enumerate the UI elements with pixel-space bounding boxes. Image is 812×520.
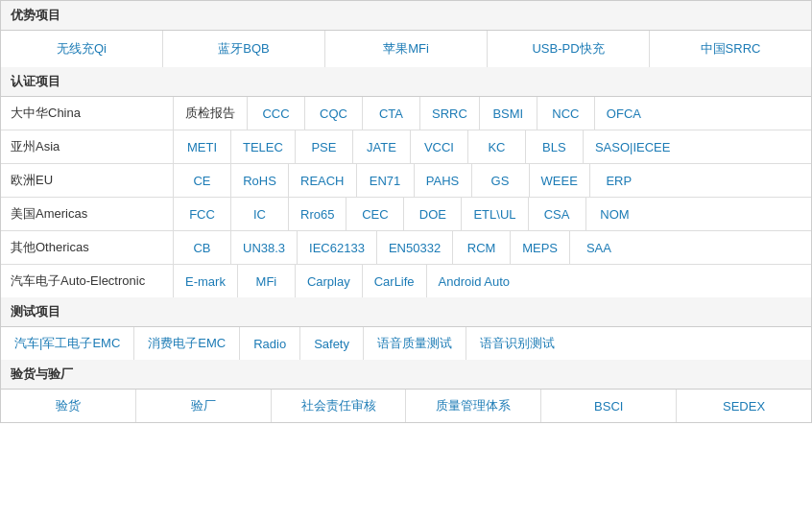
testing-row: 汽车|军工电子EMC 消费电子EMC Radio Safety 语音质量测试 语… xyxy=(1,327,811,360)
cert-item-china-5[interactable]: BSMI xyxy=(480,97,537,130)
inspect-item-3[interactable]: 质量管理体系 xyxy=(406,390,541,422)
testing-section: 测试项目 汽车|军工电子EMC 消费电子EMC Radio Safety 语音质… xyxy=(1,297,811,360)
cert-item-china-7[interactable]: OFCA xyxy=(595,97,653,130)
cert-item-americas-0[interactable]: FCC xyxy=(174,198,231,230)
advantage-item-4[interactable]: 中国SRRC xyxy=(650,31,811,67)
cert-item-china-2[interactable]: CQC xyxy=(305,97,363,130)
inspect-item-2[interactable]: 社会责任审核 xyxy=(272,390,407,422)
cert-item-asia-4[interactable]: VCCI xyxy=(411,130,468,163)
cert-item-americas-7[interactable]: NOM xyxy=(586,198,644,230)
inspect-item-0[interactable]: 验货 xyxy=(1,390,136,422)
cert-item-eu-4[interactable]: PAHS xyxy=(415,164,472,197)
cert-item-eu-3[interactable]: EN71 xyxy=(357,164,415,197)
advantage-section: 优势项目 无线充Qi 蓝牙BQB 苹果MFi USB-PD快充 中国SRRC xyxy=(1,1,811,67)
advantage-item-0[interactable]: 无线充Qi xyxy=(1,31,163,67)
inspection-row: 验货 验厂 社会责任审核 质量管理体系 BSCI SEDEX xyxy=(1,390,811,422)
testing-title: 测试项目 xyxy=(1,297,811,327)
cert-items-asia: METI TELEC PSE JATE VCCI KC BLS SASO|IEC… xyxy=(174,130,811,163)
cert-item-asia-6[interactable]: BLS xyxy=(526,130,584,163)
cert-items-china: 质检报告 CCC CQC CTA SRRC BSMI NCC OFCA xyxy=(174,97,811,130)
cert-item-americas-2[interactable]: Rro65 xyxy=(289,198,346,230)
cert-item-auto-1[interactable]: MFi xyxy=(238,265,296,297)
cert-row-americas: 美国Americas FCC IC Rro65 CEC DOE ETL\UL C… xyxy=(1,198,811,231)
cert-label-auto: 汽车电子Auto-Electronic xyxy=(1,265,174,297)
cert-item-other-2[interactable]: IEC62133 xyxy=(298,231,377,264)
cert-label-asia: 亚州Asia xyxy=(1,130,174,163)
test-item-3[interactable]: Safety xyxy=(300,327,364,360)
cert-item-other-6[interactable]: SAA xyxy=(570,231,628,264)
cert-label-other: 其他Othericas xyxy=(1,231,174,264)
cert-item-asia-5[interactable]: KC xyxy=(468,130,526,163)
inspect-item-1[interactable]: 验厂 xyxy=(136,390,272,422)
cert-item-china-1[interactable]: CCC xyxy=(248,97,305,130)
cert-item-china-3[interactable]: CTA xyxy=(363,97,420,130)
cert-item-americas-3[interactable]: CEC xyxy=(346,198,404,230)
cert-item-asia-3[interactable]: JATE xyxy=(353,130,411,163)
cert-item-eu-6[interactable]: WEEE xyxy=(530,164,590,197)
cert-items-other: CB UN38.3 IEC62133 EN50332 RCM MEPS SAA xyxy=(174,231,811,264)
inspect-item-4[interactable]: BSCI xyxy=(541,390,677,422)
cert-row-other: 其他Othericas CB UN38.3 IEC62133 EN50332 R… xyxy=(1,231,811,265)
cert-item-china-6[interactable]: NCC xyxy=(537,97,595,130)
advantage-row: 无线充Qi 蓝牙BQB 苹果MFi USB-PD快充 中国SRRC xyxy=(1,31,811,67)
cert-items-auto: E-mark MFi Carplay CarLife Android Auto xyxy=(174,265,811,297)
cert-item-china-4[interactable]: SRRC xyxy=(420,97,480,130)
advantage-item-3[interactable]: USB-PD快充 xyxy=(488,31,650,67)
cert-item-china-0[interactable]: 质检报告 xyxy=(174,97,248,130)
certification-section: 认证项目 大中华China 质检报告 CCC CQC CTA SRRC BSMI… xyxy=(1,67,811,297)
cert-item-eu-7[interactable]: ERP xyxy=(590,164,648,197)
cert-row-auto: 汽车电子Auto-Electronic E-mark MFi Carplay C… xyxy=(1,265,811,297)
cert-item-americas-1[interactable]: IC xyxy=(231,198,289,230)
cert-row-eu: 欧洲EU CE RoHS REACH EN71 PAHS GS WEEE ERP xyxy=(1,164,811,198)
cert-item-other-4[interactable]: RCM xyxy=(453,231,511,264)
cert-item-other-1[interactable]: UN38.3 xyxy=(231,231,298,264)
cert-item-auto-4[interactable]: Android Auto xyxy=(427,265,521,297)
test-item-1[interactable]: 消费电子EMC xyxy=(134,327,240,360)
cert-item-auto-2[interactable]: Carplay xyxy=(296,265,363,297)
cert-item-other-5[interactable]: MEPS xyxy=(511,231,570,264)
advantage-title: 优势项目 xyxy=(1,1,811,31)
cert-items-americas: FCC IC Rro65 CEC DOE ETL\UL CSA NOM xyxy=(174,198,811,230)
inspection-title: 验货与验厂 xyxy=(1,360,811,390)
cert-item-auto-0[interactable]: E-mark xyxy=(174,265,238,297)
cert-row-asia: 亚州Asia METI TELEC PSE JATE VCCI KC BLS S… xyxy=(1,130,811,164)
cert-item-asia-0[interactable]: METI xyxy=(174,130,231,163)
certification-title: 认证项目 xyxy=(1,67,811,97)
cert-item-eu-1[interactable]: RoHS xyxy=(231,164,289,197)
cert-item-eu-5[interactable]: GS xyxy=(472,164,530,197)
cert-item-eu-0[interactable]: CE xyxy=(174,164,231,197)
cert-item-asia-7[interactable]: SASO|IECEE xyxy=(584,130,682,163)
cert-item-other-0[interactable]: CB xyxy=(174,231,231,264)
cert-item-other-3[interactable]: EN50332 xyxy=(377,231,453,264)
cert-items-eu: CE RoHS REACH EN71 PAHS GS WEEE ERP xyxy=(174,164,811,197)
main-container: 优势项目 无线充Qi 蓝牙BQB 苹果MFi USB-PD快充 中国SRRC 认… xyxy=(0,0,812,423)
advantage-item-1[interactable]: 蓝牙BQB xyxy=(163,31,325,67)
cert-item-auto-3[interactable]: CarLife xyxy=(363,265,427,297)
cert-label-americas: 美国Americas xyxy=(1,198,174,230)
advantage-item-2[interactable]: 苹果MFi xyxy=(325,31,488,67)
test-item-0[interactable]: 汽车|军工电子EMC xyxy=(1,327,134,360)
cert-item-americas-5[interactable]: ETL\UL xyxy=(462,198,528,230)
test-item-5[interactable]: 语音识别测试 xyxy=(466,327,568,360)
cert-item-americas-6[interactable]: CSA xyxy=(529,198,586,230)
inspect-item-5[interactable]: SEDEX xyxy=(677,390,811,422)
cert-label-eu: 欧洲EU xyxy=(1,164,174,197)
cert-item-asia-1[interactable]: TELEC xyxy=(231,130,296,163)
cert-label-china: 大中华China xyxy=(1,97,174,130)
inspection-section: 验货与验厂 验货 验厂 社会责任审核 质量管理体系 BSCI SEDEX xyxy=(1,360,811,422)
cert-item-eu-2[interactable]: REACH xyxy=(289,164,357,197)
cert-item-asia-2[interactable]: PSE xyxy=(296,130,353,163)
cert-item-americas-4[interactable]: DOE xyxy=(404,198,462,230)
test-item-4[interactable]: 语音质量测试 xyxy=(364,327,466,360)
test-item-2[interactable]: Radio xyxy=(240,327,300,360)
cert-row-china: 大中华China 质检报告 CCC CQC CTA SRRC BSMI NCC … xyxy=(1,97,811,130)
